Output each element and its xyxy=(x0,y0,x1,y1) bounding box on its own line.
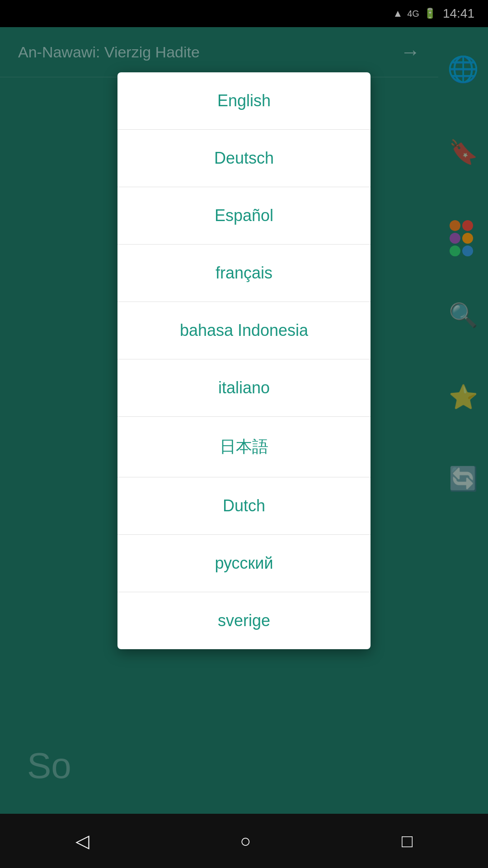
language-item-english[interactable]: English xyxy=(117,72,371,130)
language-dialog: English Deutsch Español français bahasa … xyxy=(117,72,371,649)
language-item-sverige[interactable]: sverige xyxy=(117,592,371,649)
language-item-deutsch[interactable]: Deutsch xyxy=(117,130,371,187)
back-button[interactable]: ◁ xyxy=(75,830,89,851)
navigation-bar: ◁ ○ □ xyxy=(0,814,488,868)
home-button[interactable]: ○ xyxy=(240,831,251,851)
language-item-japanese[interactable]: 日本語 xyxy=(117,417,371,477)
language-item-dutch[interactable]: Dutch xyxy=(117,477,371,535)
language-item-italiano[interactable]: italiano xyxy=(117,359,371,417)
recent-apps-button[interactable]: □ xyxy=(402,831,413,851)
language-item-russian[interactable]: русский xyxy=(117,535,371,592)
language-item-francais[interactable]: français xyxy=(117,245,371,302)
language-item-bahasa[interactable]: bahasa Indonesia xyxy=(117,302,371,359)
modal-overlay: English Deutsch Español français bahasa … xyxy=(0,0,488,814)
language-item-espanol[interactable]: Español xyxy=(117,187,371,245)
